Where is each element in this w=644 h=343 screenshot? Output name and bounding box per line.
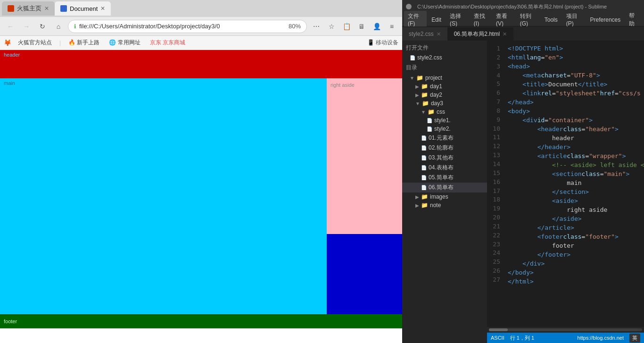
page-right-aside: right aside — [327, 78, 402, 234]
sublime-body: 打开文件 📄 style2.css 目录 ▼ 📁 project ▶ 📁 day… — [402, 41, 644, 343]
code-editor[interactable]: 12345 678910 1112131415 1617181920 21222… — [487, 41, 644, 343]
arrow-project: ▼ — [410, 75, 414, 81]
tab-style2-css-close[interactable]: ✕ — [437, 31, 441, 37]
status-encoding: ASCII — [491, 335, 504, 341]
tree-file-04[interactable]: 📄 04.表格布 — [402, 163, 487, 173]
tab-document-close-icon[interactable]: ✕ — [100, 5, 105, 12]
menu-project[interactable]: 项目(P) — [562, 11, 586, 28]
minimize-button[interactable] — [406, 4, 412, 9]
file-06-icon: 📄 — [421, 185, 427, 190]
horizontal-scrollbar[interactable] — [487, 327, 644, 333]
tree-folder-day3[interactable]: ▼ 📁 day3 — [402, 99, 487, 108]
tree-file-style2[interactable]: 📄 style2.css — [402, 53, 487, 62]
code-line-12: </header> — [508, 143, 644, 152]
arrow-day3: ▼ — [415, 101, 420, 106]
tab-style2-css[interactable]: style2.css ✕ — [402, 27, 447, 41]
container-button[interactable]: 🖥 — [355, 20, 368, 33]
tab-html-file-label: 06.简单布局2.html — [454, 30, 500, 38]
sublime-menu-bar: 文件(F) Edit 选择(S) 查找(I) 查看(V) 转到(G) Tools… — [402, 13, 644, 26]
tree-folder-day1[interactable]: ▶ 📁 day1 — [402, 82, 487, 91]
tree-file-style1[interactable]: 📄 style1. — [402, 116, 487, 125]
scroll-track — [489, 328, 642, 331]
home-button[interactable]: ⌂ — [52, 20, 65, 33]
tab-firefox-close-icon[interactable]: ✕ — [44, 5, 49, 12]
back-button[interactable]: ← — [4, 20, 17, 33]
code-line-27: </html> — [508, 277, 644, 286]
page-footer-section: footer — [0, 314, 402, 328]
bookmark-common-sites[interactable]: 🌐 常用网址 — [106, 38, 143, 48]
tree-file-05[interactable]: 📄 05.简单布 — [402, 173, 487, 183]
bookmark-jd[interactable]: 京东 京东商城 — [147, 38, 188, 48]
tree-folder-images[interactable]: ▶ 📁 images — [402, 192, 487, 201]
tree-folder-css[interactable]: ▼ 📁 css — [402, 108, 487, 116]
document-favicon — [60, 5, 67, 12]
menu-edit[interactable]: Edit — [428, 15, 445, 25]
bookmark-beginner[interactable]: 🔥 新手上路 — [66, 38, 102, 48]
code-line-6: <link rel="stylesheet" href="css/s — [508, 89, 644, 98]
code-line-23: footer — [508, 242, 644, 251]
browser-window: 火狐主页 ✕ Document ✕ ← → ↻ ⌂ ℹ file:///C:/U… — [0, 0, 402, 343]
tree-file-06[interactable]: 📄 06.简单布 — [402, 183, 487, 192]
code-line-11: header — [508, 134, 644, 143]
address-bar[interactable]: ℹ file:///C:/Users/Administrator/Desktop… — [68, 20, 307, 33]
tree-folder-project[interactable]: ▼ 📁 project — [402, 74, 487, 82]
page-wrapper: main right aside — [0, 78, 402, 314]
code-line-17: </section> — [508, 188, 644, 197]
menu-select[interactable]: 选择(S) — [446, 11, 469, 28]
menu-goto[interactable]: 转到(G) — [516, 11, 540, 28]
code-line-16: main — [508, 179, 644, 188]
tree-folder-day2[interactable]: ▶ 📁 day2 — [402, 91, 487, 99]
tree-folder-note[interactable]: ▶ 📁 note — [402, 201, 487, 209]
tree-folder-project-label: project — [425, 75, 442, 81]
synced-tabs-button[interactable]: 📋 — [340, 20, 353, 33]
folder-images-icon: 📁 — [421, 193, 428, 200]
tree-file-01-label: 01.元素布 — [429, 134, 454, 142]
tab-style2-css-label: style2.css — [409, 31, 434, 37]
tab-html-close[interactable]: ✕ — [503, 31, 507, 37]
tree-file-06-label: 06.简单布 — [429, 184, 454, 192]
firefox-favicon — [8, 5, 14, 12]
code-line-8: <body> — [508, 107, 644, 116]
tree-file-02[interactable]: 📄 02.轮廓布 — [402, 143, 487, 153]
tab-document-label: Document — [70, 5, 98, 12]
menu-tools[interactable]: Tools — [541, 15, 561, 25]
code-line-5: <title>Document</title> — [508, 80, 644, 89]
code-line-22: <footer class="footer"> — [508, 233, 644, 242]
tree-file-05-label: 05.简单布 — [429, 174, 454, 182]
tree-folder-day3-label: day3 — [431, 100, 443, 107]
menu-find[interactable]: 查找(I) — [470, 11, 491, 28]
status-position: 行 1，列 1 — [510, 335, 534, 342]
bookmark-button[interactable]: ☆ — [325, 20, 338, 33]
tab-document[interactable]: Document ✕ — [55, 1, 111, 16]
extensions-button[interactable]: ⋯ — [310, 20, 323, 33]
menu-view[interactable]: 查看(V) — [492, 11, 515, 28]
file-03-icon: 📄 — [421, 155, 427, 160]
code-line-10: <header class="header"> — [508, 125, 644, 134]
menu-preferences[interactable]: Preferences — [586, 15, 625, 25]
code-content[interactable]: <!DOCTYPE html> <html lang="en"> <head> … — [504, 41, 644, 327]
tree-file-style2-css[interactable]: 📄 style2. — [402, 125, 487, 133]
sublime-tab-bar: style2.css ✕ 06.简单布局2.html ✕ — [402, 26, 644, 41]
code-line-18: <aside> — [508, 197, 644, 206]
scroll-thumb[interactable] — [489, 328, 508, 331]
reload-button[interactable]: ↻ — [36, 20, 49, 33]
open-files-header[interactable]: 打开文件 — [402, 42, 487, 53]
menu-file[interactable]: 文件(F) — [404, 11, 427, 28]
tree-file-03[interactable]: 📄 03.其他布 — [402, 153, 487, 163]
tree-file-01[interactable]: 📄 01.元素布 — [402, 133, 487, 143]
tree-folder-day1-label: day1 — [430, 83, 442, 90]
bookmark-firefox-official[interactable]: 火狐官方站点 — [15, 38, 55, 48]
code-line-7: </head> — [508, 98, 644, 107]
menu-button[interactable]: ≡ — [385, 20, 398, 33]
forward-button[interactable]: → — [20, 20, 33, 33]
aside-label: right aside — [330, 82, 355, 88]
code-line-15: <section class="main"> — [508, 170, 644, 179]
file-tree: 打开文件 📄 style2.css 目录 ▼ 📁 project ▶ 📁 day… — [402, 41, 487, 343]
nav-bar: ← → ↻ ⌂ ℹ file:///C:/Users/Administrator… — [0, 17, 402, 36]
tab-firefox-home[interactable]: 火狐主页 ✕ — [2, 1, 55, 16]
browser-content: header main right aside footer — [0, 50, 402, 343]
tree-dir-header[interactable]: 目录 — [402, 62, 487, 74]
tab-html-file[interactable]: 06.简单布局2.html ✕ — [447, 27, 513, 41]
file-02-icon: 📄 — [421, 145, 427, 151]
account-button[interactable]: 👤 — [370, 20, 383, 33]
